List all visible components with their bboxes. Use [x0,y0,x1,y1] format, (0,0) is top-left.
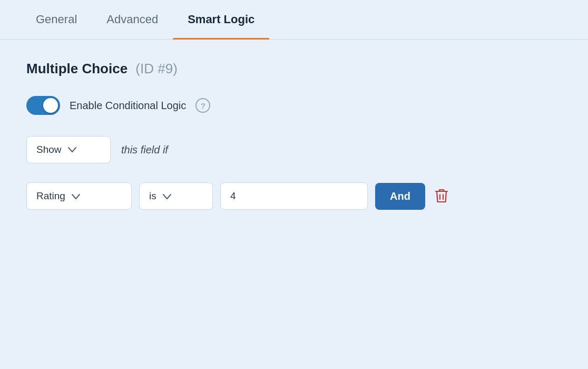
tab-smart-logic[interactable]: Smart Logic [173,0,269,39]
action-select-label: Show [36,144,62,156]
condition-row: Rating is 4 And [26,182,562,210]
action-chevron-icon [68,145,76,154]
help-icon[interactable]: ? [195,98,210,113]
conditional-logic-toggle[interactable] [26,96,60,115]
action-select[interactable]: Show [26,136,111,163]
value-input[interactable]: 4 [220,182,368,210]
field-type-label: Multiple Choice [26,61,128,76]
field-select-label: Rating [36,190,65,202]
tab-advanced[interactable]: Advanced [92,0,173,39]
field-chevron-icon [72,190,80,202]
field-title: Multiple Choice (ID #9) [26,61,562,77]
field-select[interactable]: Rating [26,182,132,210]
toggle-thumb [43,98,58,113]
operator-select[interactable]: is [139,182,213,210]
show-row: Show this field if [26,136,562,163]
field-id-label: (ID #9) [135,61,177,76]
and-button[interactable]: And [375,183,425,210]
toggle-track [26,96,60,115]
operator-chevron-icon [163,190,171,202]
tab-general[interactable]: General [21,0,92,39]
delete-condition-button[interactable] [433,186,450,206]
conditional-logic-row: Enable Conditional Logic ? [26,96,562,115]
field-if-text: this field if [121,144,168,156]
tab-bar: General Advanced Smart Logic [0,0,588,40]
conditional-logic-label: Enable Conditional Logic [70,100,186,112]
main-container: General Advanced Smart Logic Multiple Ch… [0,0,588,369]
content-area: Multiple Choice (ID #9) Enable Condition… [0,40,588,231]
operator-select-label: is [149,190,156,202]
